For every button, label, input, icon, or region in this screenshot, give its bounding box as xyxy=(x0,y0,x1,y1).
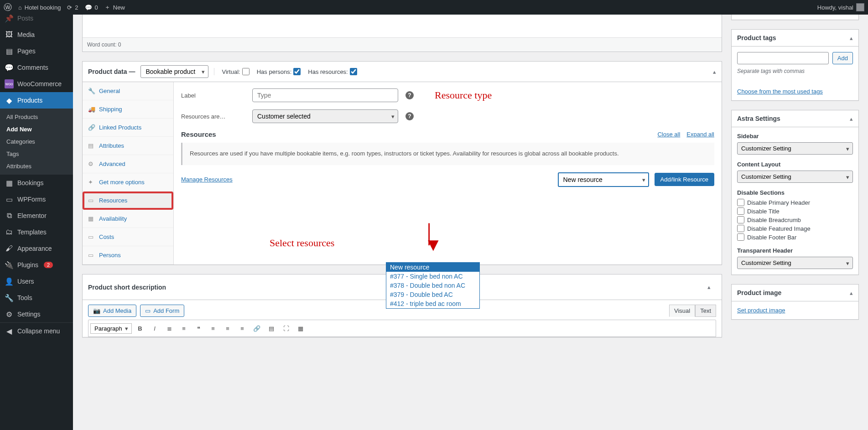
add-link-resource-button[interactable]: Add/link Resource xyxy=(655,173,715,186)
sidebar-item-comments[interactable]: 💬Comments xyxy=(0,59,73,76)
fullscreen-button[interactable]: ⛶ xyxy=(280,322,292,335)
dropdown-option[interactable]: #412 - triple bed ac room xyxy=(386,299,479,308)
quote-button[interactable]: ❝ xyxy=(192,322,205,335)
submenu-attributes[interactable]: Attributes xyxy=(0,160,73,172)
choose-tags-link[interactable]: Choose from the most used tags xyxy=(737,88,823,95)
sidebar-item-wpforms[interactable]: ▭WPForms xyxy=(0,191,73,207)
visual-tab[interactable]: Visual xyxy=(669,305,695,317)
sidebar-item-tools[interactable]: 🔧Tools xyxy=(0,290,73,306)
align-center-button[interactable]: ≡ xyxy=(221,322,234,335)
pin-icon: 📌 xyxy=(5,14,14,23)
resources-are-select[interactable]: Customer selected xyxy=(252,109,398,123)
sidebar-item-appearance[interactable]: 🖌Appearance xyxy=(0,240,73,257)
astra-disable-label: Disable Sections xyxy=(737,189,853,196)
sidebar-item-woocommerce[interactable]: wooWooCommerce xyxy=(0,76,73,92)
dropdown-option[interactable]: New resource xyxy=(386,263,479,272)
submenu-categories[interactable]: Categories xyxy=(0,135,73,148)
help-icon[interactable]: ? xyxy=(405,91,414,99)
align-left-button[interactable]: ≡ xyxy=(207,322,219,335)
sidebar-item-users[interactable]: 👤Users xyxy=(0,273,73,290)
disable-breadcrumb[interactable]: Disable Breadcrumb xyxy=(737,216,853,223)
new-link[interactable]: ＋New xyxy=(104,3,125,11)
disable-featured-image[interactable]: Disable Featured Image xyxy=(737,225,853,232)
expand-all-link[interactable]: Expand all xyxy=(686,131,714,138)
camera-icon: 📷 xyxy=(93,307,100,314)
tab-persons[interactable]: ▭Persons xyxy=(83,246,173,264)
format-select[interactable]: Paragraph xyxy=(90,323,132,334)
disable-footer-bar[interactable]: Disable Footer Bar xyxy=(737,233,853,241)
product-data-toggle[interactable]: ▴ xyxy=(713,68,716,75)
dropdown-option[interactable]: #379 - Double bed AC xyxy=(386,290,479,299)
close-all-link[interactable]: Close all xyxy=(657,131,680,138)
tags-toggle[interactable]: ▴ xyxy=(844,30,858,46)
sidebar-item-media[interactable]: 🖼Media xyxy=(0,26,73,43)
add-form-button[interactable]: ▭Add Form xyxy=(140,305,184,317)
new-resource-select[interactable]: New resource xyxy=(558,172,649,187)
has-persons-check[interactable]: Has persons: xyxy=(257,68,301,75)
tab-general[interactable]: 🔧General xyxy=(83,82,173,100)
tags-title: Product tags xyxy=(732,30,782,46)
sidebar-item-plugins[interactable]: 🔌Plugins2 xyxy=(0,257,73,273)
truck-icon: 🚚 xyxy=(88,106,95,113)
sidebar-collapse[interactable]: ◀Collapse menu xyxy=(0,322,73,339)
number-list-button[interactable]: ≡ xyxy=(177,322,190,335)
wrench-icon: 🔧 xyxy=(5,293,14,302)
tab-attributes[interactable]: ▤Attributes xyxy=(83,137,173,155)
product-type-select[interactable]: Bookable product xyxy=(140,65,208,78)
link-icon: 🔗 xyxy=(88,124,95,131)
has-resources-check[interactable]: Has resources: xyxy=(308,68,357,75)
tab-shipping[interactable]: 🚚Shipping xyxy=(83,100,173,119)
sidebar-item-products[interactable]: ◆Products xyxy=(0,92,73,109)
tab-costs[interactable]: ▭Costs xyxy=(83,228,173,246)
howdy-link[interactable]: Howdy, vishal xyxy=(817,4,853,11)
label-input[interactable] xyxy=(252,88,398,102)
add-tag-button[interactable]: Add xyxy=(832,52,853,64)
tab-advanced[interactable]: ⚙Advanced xyxy=(83,155,173,173)
tags-hint: Separate tags with commas xyxy=(737,68,853,74)
virtual-check[interactable]: Virtual: xyxy=(222,68,249,75)
tags-input[interactable] xyxy=(737,52,829,64)
link-button[interactable]: 🔗 xyxy=(250,322,263,335)
astra-toggle[interactable]: ▴ xyxy=(844,111,858,127)
elementor-icon: ⧉ xyxy=(5,211,14,220)
sidebar-item-elementor[interactable]: ⧉Elementor xyxy=(0,207,73,224)
astra-transparent-select[interactable]: Customizer Setting xyxy=(737,257,853,269)
astra-sidebar-select[interactable]: Customizer Setting xyxy=(737,142,853,155)
submenu-all-products[interactable]: All Products xyxy=(0,111,73,123)
comments-link[interactable]: 💬0 xyxy=(85,4,98,11)
toolbar-toggle-button[interactable]: ▦ xyxy=(294,322,307,335)
tab-more-options[interactable]: ✦Get more options xyxy=(83,173,173,192)
product-image-toggle[interactable]: ▴ xyxy=(844,285,858,301)
sidebar-item-templates[interactable]: 🗂Templates xyxy=(0,224,73,240)
tab-resources[interactable]: ▭Resources xyxy=(83,192,173,210)
disable-title[interactable]: Disable Title xyxy=(737,207,853,215)
help-icon[interactable]: ? xyxy=(405,112,414,120)
tab-availability[interactable]: ▦Availability xyxy=(83,210,173,228)
sidebar-item-pages[interactable]: ▤Pages xyxy=(0,43,73,59)
manage-resources-link[interactable]: Manage Resources xyxy=(181,176,233,183)
set-product-image-link[interactable]: Set product image xyxy=(737,307,785,314)
dropdown-option[interactable]: #378 - Double bed non AC xyxy=(386,281,479,290)
submenu-tags[interactable]: Tags xyxy=(0,148,73,160)
tab-linked[interactable]: 🔗Linked Products xyxy=(83,119,173,137)
dropdown-option[interactable]: #377 - Single bed non AC xyxy=(386,272,479,281)
add-media-button[interactable]: 📷Add Media xyxy=(88,305,136,317)
comment-icon: 💬 xyxy=(5,63,14,72)
avatar[interactable] xyxy=(856,3,864,11)
short-desc-title: Product short description xyxy=(88,284,166,291)
italic-button[interactable]: I xyxy=(148,322,161,335)
bold-button[interactable]: B xyxy=(134,322,146,335)
sidebar-item-bookings[interactable]: ▦Bookings xyxy=(0,175,73,191)
calendar-icon: ▦ xyxy=(5,178,14,187)
sidebar-item-posts[interactable]: 📌Posts xyxy=(0,10,73,26)
short-desc-toggle[interactable]: ▴ xyxy=(702,279,716,295)
bullet-list-button[interactable]: ≣ xyxy=(163,322,176,335)
align-right-button[interactable]: ≡ xyxy=(236,322,249,335)
disable-primary-header[interactable]: Disable Primary Header xyxy=(737,199,853,206)
text-tab[interactable]: Text xyxy=(695,305,716,317)
submenu-add-new[interactable]: Add New xyxy=(0,123,73,135)
sidebar-item-settings[interactable]: ⚙Settings xyxy=(0,306,73,322)
more-button[interactable]: ▤ xyxy=(265,322,278,335)
plug-icon: 🔌 xyxy=(5,260,14,269)
astra-content-select[interactable]: Customizer Setting xyxy=(737,171,853,183)
